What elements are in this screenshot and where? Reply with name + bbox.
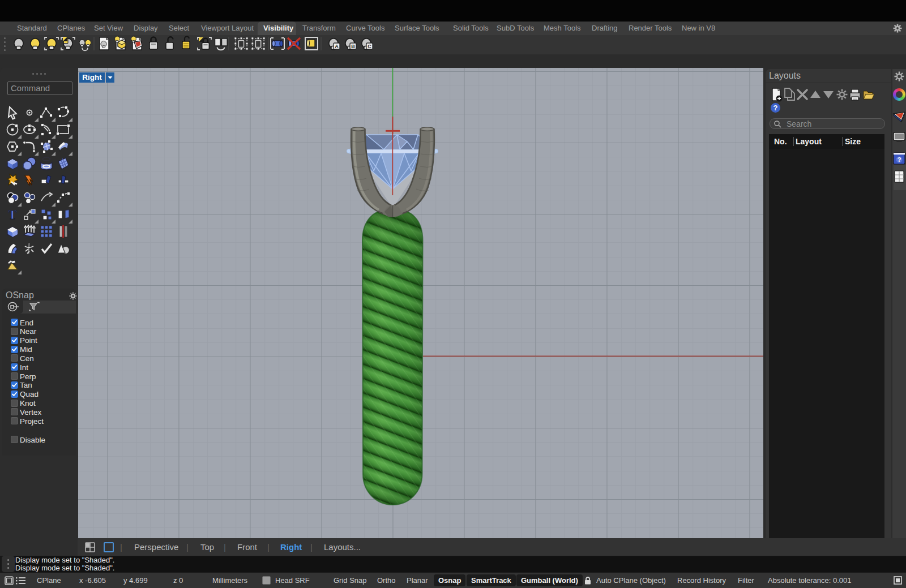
svg-text:A: A [335, 44, 339, 49]
svg-text:T: T [8, 208, 16, 222]
svg-text:C: C [367, 44, 371, 49]
svg-text:B: B [351, 44, 355, 49]
svg-text:?: ? [898, 156, 901, 163]
